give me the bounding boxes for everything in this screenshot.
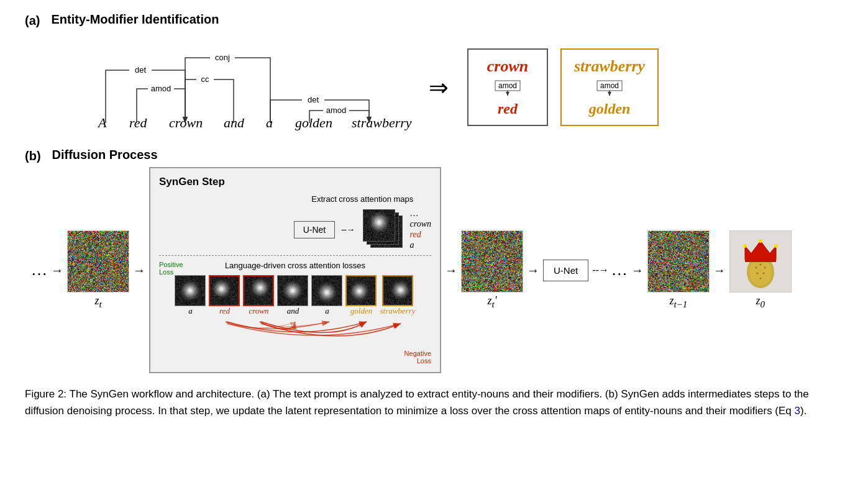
svg-text:amod: amod xyxy=(326,106,347,115)
caption-end: ). xyxy=(800,405,806,417)
arrow-4: → xyxy=(527,263,539,278)
arrow-5: → xyxy=(631,263,644,278)
strawberry-entity-box: strawberry amod golden xyxy=(560,48,659,126)
svg-text:red: red xyxy=(129,115,148,130)
middle-dots: … xyxy=(611,261,628,279)
crown-noun: crown xyxy=(481,57,534,76)
attn-thumb-a1: a xyxy=(175,275,206,316)
svg-text:det: det xyxy=(308,95,319,104)
svg-text:det: det xyxy=(135,65,146,75)
loss-label: Language-driven cross attention losses xyxy=(159,261,431,270)
arrow-2: → xyxy=(133,263,145,278)
part-b-label: (b) xyxy=(25,149,41,163)
dots-label: … xyxy=(410,209,419,219)
syngen-divider xyxy=(159,255,431,256)
z0-label: z0 xyxy=(756,294,765,310)
negative-loss-arrows xyxy=(162,319,429,348)
attn-map-front xyxy=(363,209,395,242)
zt-prime-noise-image xyxy=(461,230,523,292)
part-a-label: (a) xyxy=(25,14,40,28)
svg-text:strawberry: strawberry xyxy=(352,115,412,130)
svg-point-39 xyxy=(756,273,758,274)
svg-text:amod: amod xyxy=(498,81,517,90)
part-b-section: (b) Diffusion Process … → zt → SynGen St… xyxy=(25,148,843,373)
svg-text:cc: cc xyxy=(201,75,210,84)
extract-label: Extract cross attention maps xyxy=(311,194,413,204)
attn-thumb-golden: golden xyxy=(345,275,377,316)
crown-entity-box: crown amod red xyxy=(467,48,548,126)
part-a-title: Entity-Modifier Identification xyxy=(51,12,219,27)
svg-point-45 xyxy=(759,239,762,243)
svg-point-35 xyxy=(749,258,772,286)
svg-point-37 xyxy=(759,264,761,266)
attn-thumb-and: and xyxy=(277,275,308,316)
zt-minus1-label: zt−1 xyxy=(669,294,687,310)
svg-text:amod: amod xyxy=(151,84,171,93)
unet-box-top: U-Net xyxy=(294,221,336,238)
attn-thumb-crown: crown xyxy=(243,275,274,316)
svg-text:amod: amod xyxy=(600,81,619,90)
svg-rect-43 xyxy=(745,257,776,262)
left-dots: … xyxy=(31,261,47,279)
a-attn-label: a xyxy=(410,240,414,250)
arrow-3: → xyxy=(445,263,457,278)
red-attn-label: red xyxy=(410,230,421,240)
zt-minus1-noise-image xyxy=(647,230,710,292)
svg-text:and: and xyxy=(224,115,245,130)
strawberry-modifier: golden xyxy=(574,101,645,117)
svg-point-41 xyxy=(759,278,761,279)
caption-text: Figure 2: The SynGen workflow and archit… xyxy=(25,388,809,417)
attn-thumb-red: red xyxy=(209,275,240,316)
svg-point-46 xyxy=(774,244,778,248)
svg-marker-32 xyxy=(608,92,611,96)
svg-text:a: a xyxy=(266,115,273,130)
crown-amod-arrow: amod xyxy=(489,78,526,96)
dashed-arrow-2: - - → xyxy=(592,265,608,276)
neg-loss-label: NegativeLoss xyxy=(159,350,431,365)
arrow-6: → xyxy=(713,263,726,278)
svg-text:conj: conj xyxy=(215,53,230,62)
loss-section: PositiveLoss Language-driven cross atten… xyxy=(159,261,431,365)
zt-prime-label: zt′ xyxy=(487,294,496,310)
strawberry-noun: strawberry xyxy=(574,57,645,76)
zt-label: zt xyxy=(94,294,101,310)
svg-point-44 xyxy=(743,244,747,248)
zt-column: zt xyxy=(67,230,129,310)
attn-thumb-strawberry: strawberry xyxy=(380,275,415,316)
syngen-title: SynGen Step xyxy=(159,176,431,188)
eq-ref-link[interactable]: 3 xyxy=(795,405,800,417)
pos-loss-label: PositiveLoss xyxy=(159,261,183,276)
crown-modifier: red xyxy=(481,101,534,117)
strawberry-amod-arrow: amod xyxy=(591,78,628,96)
attn-thumb-a2: a xyxy=(311,275,342,316)
svg-point-40 xyxy=(762,273,764,274)
parse-tree-svg: A red crown and a golden strawberry det … xyxy=(75,33,410,142)
zt-noise-image xyxy=(67,230,129,292)
z0-image xyxy=(729,230,792,292)
svg-marker-28 xyxy=(506,92,509,96)
zt-prime-column: zt′ xyxy=(461,230,523,310)
svg-point-36 xyxy=(755,267,757,269)
svg-marker-42 xyxy=(745,241,776,260)
syngen-box: SynGen Step Extract cross attention maps… xyxy=(149,167,441,373)
part-b-title: Diffusion Process xyxy=(52,148,158,162)
crown-strawberry-svg xyxy=(733,233,788,289)
svg-text:golden: golden xyxy=(295,115,332,130)
zt-minus1-column: zt−1 xyxy=(647,230,710,310)
arrow-1: → xyxy=(51,263,63,278)
crown-attn-label: crown xyxy=(410,219,431,229)
caption: Figure 2: The SynGen workflow and archit… xyxy=(25,386,843,419)
dashed-arrow: - - → xyxy=(341,225,354,235)
implies-arrow: ⇒ xyxy=(429,74,449,101)
z0-column: z0 xyxy=(729,230,792,310)
part-a-section: (a) Entity-Modifier Identification A red… xyxy=(25,12,843,142)
svg-point-38 xyxy=(764,267,765,269)
unet-inline-box: U-Net xyxy=(543,260,588,281)
